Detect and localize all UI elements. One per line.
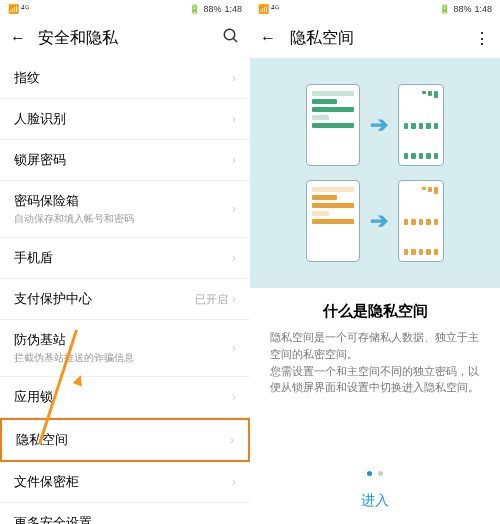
signal-icon: 📶 bbox=[258, 4, 269, 14]
row-more-security[interactable]: 更多安全设置卡锁、未知来源下载› bbox=[0, 503, 250, 524]
phone-main-green bbox=[306, 84, 360, 166]
phone-private-orange bbox=[398, 180, 444, 262]
screen-private-space: 📶 ⁴ᴳ 🔋 88% 1:48 ← 隐私空间 ⋮ ➔ bbox=[250, 0, 500, 524]
chevron-right-icon: › bbox=[232, 202, 236, 216]
phone-private-green bbox=[398, 84, 444, 166]
chevron-right-icon: › bbox=[232, 112, 236, 126]
description-1: 隐私空间是一个可存储私人数据、独立于主空间的私密空间。 bbox=[250, 329, 500, 363]
search-icon[interactable] bbox=[222, 27, 240, 49]
row-app-lock[interactable]: 应用锁› bbox=[0, 377, 250, 418]
chevron-right-icon: › bbox=[232, 251, 236, 265]
section-heading: 什么是隐私空间 bbox=[250, 288, 500, 329]
arrow-right-icon: ➔ bbox=[370, 112, 388, 138]
description-2: 您需设置一个和主空间不同的独立密码，以便从锁屏界面和设置中切换进入隐私空间。 bbox=[250, 363, 500, 397]
row-phone-shield[interactable]: 手机盾› bbox=[0, 238, 250, 279]
battery-pct: 88% bbox=[453, 4, 471, 14]
signal-icon: 📶 bbox=[8, 4, 19, 14]
clock: 1:48 bbox=[474, 4, 492, 14]
chevron-right-icon: › bbox=[232, 390, 236, 404]
row-fingerprint[interactable]: 指纹› bbox=[0, 58, 250, 99]
row-file-safe[interactable]: 文件保密柜› bbox=[0, 462, 250, 503]
page-title: 安全和隐私 bbox=[38, 28, 210, 49]
illus-row-2: ➔ bbox=[250, 180, 500, 262]
network-icon: ⁴ᴳ bbox=[21, 4, 29, 14]
back-icon[interactable]: ← bbox=[260, 29, 276, 47]
screen-security-privacy: 📶 ⁴ᴳ 🔋 88% 1:48 ← 安全和隐私 指纹› 人脸识别› 锁屏密码› … bbox=[0, 0, 250, 524]
arrow-right-icon: ➔ bbox=[370, 208, 388, 234]
pager-dot-active bbox=[367, 471, 372, 476]
chevron-right-icon: › bbox=[232, 475, 236, 489]
clock: 1:48 bbox=[224, 4, 242, 14]
chevron-right-icon: › bbox=[232, 341, 236, 355]
row-fake-station[interactable]: 防伪基站拦截伪基站推送的诈骗信息› bbox=[0, 320, 250, 377]
row-payment-protection[interactable]: 支付保护中心已开启› bbox=[0, 279, 250, 320]
svg-line-1 bbox=[233, 38, 237, 42]
svg-point-0 bbox=[224, 29, 235, 40]
status-bar: 📶 ⁴ᴳ 🔋 88% 1:48 bbox=[0, 0, 250, 18]
battery-pct: 88% bbox=[203, 4, 221, 14]
row-face-recognition[interactable]: 人脸识别› bbox=[0, 99, 250, 140]
page-indicator bbox=[250, 459, 500, 482]
row-lock-password[interactable]: 锁屏密码› bbox=[0, 140, 250, 181]
battery-icon: 🔋 bbox=[189, 4, 200, 14]
illustration-panel: ➔ ➔ bbox=[250, 58, 500, 288]
back-icon[interactable]: ← bbox=[10, 29, 26, 47]
row-password-vault[interactable]: 密码保险箱自动保存和填入帐号和密码› bbox=[0, 181, 250, 238]
chevron-right-icon: › bbox=[230, 433, 234, 447]
enter-button[interactable]: 进入 bbox=[250, 482, 500, 524]
chevron-right-icon: › bbox=[232, 292, 236, 306]
header: ← 隐私空间 ⋮ bbox=[250, 18, 500, 58]
more-icon[interactable]: ⋮ bbox=[474, 29, 490, 48]
page-title: 隐私空间 bbox=[290, 28, 460, 49]
status-bar: 📶 ⁴ᴳ 🔋 88% 1:48 bbox=[250, 0, 500, 18]
illus-row-1: ➔ bbox=[250, 84, 500, 166]
network-icon: ⁴ᴳ bbox=[271, 4, 279, 14]
header: ← 安全和隐私 bbox=[0, 18, 250, 58]
row-private-space[interactable]: 隐私空间› bbox=[0, 418, 250, 462]
phone-main-orange bbox=[306, 180, 360, 262]
battery-icon: 🔋 bbox=[439, 4, 450, 14]
chevron-right-icon: › bbox=[232, 153, 236, 167]
settings-list: 指纹› 人脸识别› 锁屏密码› 密码保险箱自动保存和填入帐号和密码› 手机盾› … bbox=[0, 58, 250, 524]
pager-dot bbox=[378, 471, 383, 476]
chevron-right-icon: › bbox=[232, 71, 236, 85]
